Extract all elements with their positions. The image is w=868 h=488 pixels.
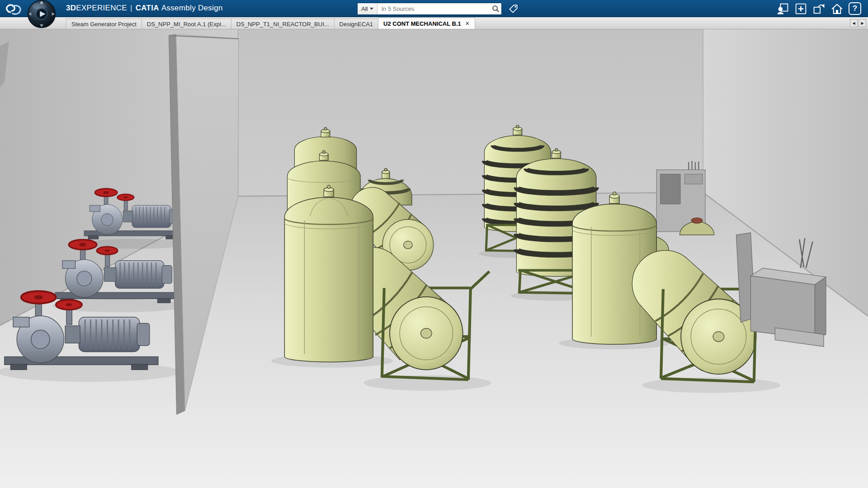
chevron-down-icon: [370, 8, 373, 10]
close-icon[interactable]: ✕: [465, 20, 470, 27]
tab-label: U2 CONT MECHANICAL B.1: [383, 20, 461, 27]
search-scope-value: All: [361, 5, 368, 12]
tab-scroll-right-icon[interactable]: ▶: [859, 19, 866, 27]
brand-regular: EXPERIENCE: [76, 4, 127, 12]
help-label: ?: [849, 2, 861, 15]
add-content-icon[interactable]: [794, 2, 807, 15]
home-icon[interactable]: [830, 2, 844, 15]
3d-viewport[interactable]: [0, 29, 868, 488]
tab-label: DS_NPP_MI_Root A.1 (Expl...: [147, 21, 226, 28]
scene-svg: [0, 29, 868, 488]
tank-vertical-front: [284, 185, 373, 362]
top-bar: 3DEXPERIENCE|CATIA Assembly Design All: [0, 0, 868, 17]
profile-icon[interactable]: [776, 2, 789, 15]
tag-icon[interactable]: [508, 4, 519, 14]
tab-label: DesignECA1: [340, 21, 373, 28]
global-search: All: [357, 3, 519, 15]
ds-brand-logo-icon: [5, 1, 23, 16]
tab-steam-generator-project[interactable]: Steam Generator Project: [66, 19, 142, 29]
tab-bar: Steam Generator Project DS_NPP_MI_Root A…: [0, 17, 868, 29]
tab-designeca1[interactable]: DesignECA1: [334, 19, 378, 29]
app-title: 3DEXPERIENCE|CATIA Assembly Design: [66, 4, 223, 13]
3dexperience-compass-icon[interactable]: [26, 0, 57, 29]
tab-ds-npp-t1-ni-reactor[interactable]: DS_NPP_T1_NI_REACTOR_BUI...: [231, 19, 335, 29]
product-name: Assembly Design: [161, 4, 223, 12]
tab-scroll-controls: ◀ ▶: [850, 19, 866, 27]
tab-label: Steam Generator Project: [71, 21, 137, 28]
header-actions: ?: [776, 2, 862, 15]
search-bar: All: [357, 3, 502, 15]
product-bold: CATIA: [136, 4, 159, 12]
brand-bold: 3D: [66, 4, 76, 12]
title-divider: |: [130, 4, 132, 12]
tab-scroll-left-icon[interactable]: ◀: [850, 19, 858, 27]
search-scope-dropdown[interactable]: All: [358, 3, 377, 14]
tab-u2-cont-mechanical[interactable]: U2 CONT MECHANICAL B.1 ✕: [378, 18, 475, 29]
tab-label: DS_NPP_T1_NI_REACTOR_BUI...: [236, 21, 329, 28]
tab-ds-npp-mi-root[interactable]: DS_NPP_MI_Root A.1 (Expl...: [142, 19, 231, 29]
search-icon[interactable]: [490, 3, 501, 14]
share-icon[interactable]: [812, 2, 826, 15]
search-input[interactable]: [377, 5, 490, 12]
help-icon[interactable]: ?: [848, 2, 862, 15]
